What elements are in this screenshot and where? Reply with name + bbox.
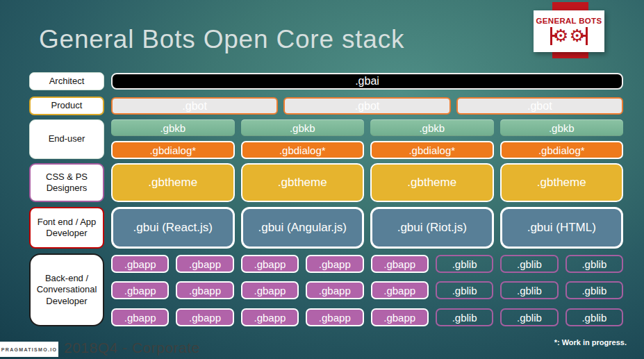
- gbapp-box: .gbapp: [241, 308, 299, 326]
- gbui-riot-box: .gbui (Riot.js): [370, 207, 494, 249]
- gbdialog-box: .gbdialog*: [500, 141, 624, 159]
- gblib-box: .gblib: [500, 255, 558, 273]
- gbdialog-box: .gbdialog*: [111, 141, 235, 159]
- gbkb-box: .gbkb: [370, 119, 494, 136]
- gbtheme-box: .gbtheme: [241, 163, 365, 202]
- gbtheme-box: .gbtheme: [370, 163, 494, 202]
- footer-version-text: 2018Q4 - Corporate: [64, 340, 200, 356]
- gblib-box: .gblib: [565, 281, 623, 299]
- gbot-row: .gbot .gbot .gbot: [111, 97, 623, 115]
- gbui-react-box: .gbui (React.js): [111, 207, 235, 249]
- gblib-box: .gblib: [436, 308, 493, 326]
- gbapp-box: .gbapp: [176, 308, 233, 326]
- gbapp-box: .gbapp: [241, 255, 299, 273]
- page-title: General Bots Open Core stack: [39, 25, 404, 54]
- gears-icon: ⚙ ⚙: [550, 26, 588, 47]
- gbui-html-box: .gbui (HTML): [500, 207, 624, 249]
- gblib-box: .gblib: [436, 255, 493, 273]
- gbkb-box: .gbkb: [500, 119, 624, 136]
- gbdialog-box: .gbdialog*: [370, 141, 494, 159]
- gbdialog-row: .gbdialog* .gbdialog* .gbdialog* .gbdial…: [111, 141, 623, 159]
- gbapp-box: .gbapp: [176, 255, 233, 273]
- slide: General Bots Open Core stack GENERAL BOT…: [0, 0, 644, 359]
- gbtheme-box: .gbtheme: [500, 163, 624, 202]
- gbapp-box: .gbapp: [371, 308, 429, 326]
- pragmatismo-logo: PRAGMATISMO.IO: [0, 342, 58, 357]
- gblib-box: .gblib: [565, 308, 623, 326]
- gbapp-gblib-row: .gbapp .gbapp .gbapp .gbapp .gbapp .gbli…: [111, 281, 623, 299]
- gbapp-box: .gbapp: [241, 281, 299, 299]
- gbapp-box: .gbapp: [176, 281, 233, 299]
- gblib-box: .gblib: [565, 255, 623, 273]
- role-label-designers: CSS & PS Designers: [29, 163, 104, 202]
- brand-logo: GENERAL BOTS ⚙ ⚙: [534, 10, 604, 52]
- gbapp-box: .gbapp: [111, 255, 169, 273]
- gblib-box: .gblib: [436, 281, 493, 299]
- role-label-architect: Architect: [29, 72, 104, 90]
- gbot-box: .gbot: [283, 97, 450, 115]
- role-label-end-user: End-user: [29, 119, 104, 159]
- gbapp-box: .gbapp: [111, 308, 169, 326]
- gbapp-box: .gbapp: [371, 281, 429, 299]
- gbui-row: .gbui (React.js) .gbui (Angular.js) .gbu…: [111, 207, 623, 249]
- gblib-box: .gblib: [500, 281, 558, 299]
- gbtheme-row: .gbtheme .gbtheme .gbtheme .gbtheme: [111, 163, 623, 202]
- gbot-box: .gbot: [111, 97, 278, 115]
- gbapp-box: .gbapp: [306, 308, 363, 326]
- gbdialog-box: .gbdialog*: [241, 141, 365, 159]
- gbkb-row: .gbkb .gbkb .gbkb .gbkb: [111, 119, 623, 136]
- gbapp-box: .gbapp: [371, 255, 429, 273]
- gbapp-gblib-row: .gbapp .gbapp .gbapp .gbapp .gbapp .gbli…: [111, 255, 623, 273]
- gbapp-gblib-row: .gbapp .gbapp .gbapp .gbapp .gbapp .gbli…: [111, 308, 623, 326]
- gbkb-box: .gbkb: [111, 119, 235, 136]
- gbkb-box: .gbkb: [241, 119, 365, 136]
- gear-bar-right-icon: [586, 27, 588, 45]
- gear-bar-left-icon: [550, 27, 552, 45]
- pragmatismo-logo-text: PRAGMATISMO.IO: [1, 347, 57, 352]
- gbai-bar: .gbai: [111, 73, 623, 90]
- gbot-box: .gbot: [456, 97, 623, 115]
- work-in-progress-note: *: Work in progress.: [554, 338, 627, 347]
- gbui-angular-box: .gbui (Angular.js): [241, 207, 365, 249]
- gblib-box: .gblib: [500, 308, 558, 326]
- role-label-backend-developer: Back-end / Conversational Developer: [29, 253, 104, 326]
- gbapp-box: .gbapp: [306, 255, 363, 273]
- gbapp-box: .gbapp: [306, 281, 363, 299]
- gbai-row: .gbai: [111, 73, 623, 90]
- gbapp-box: .gbapp: [111, 281, 169, 299]
- role-label-frontend-developer: Font end / App Developer: [29, 207, 104, 249]
- role-label-product: Product: [29, 97, 104, 115]
- brand-name: GENERAL BOTS: [536, 17, 602, 25]
- gbtheme-box: .gbtheme: [111, 163, 235, 202]
